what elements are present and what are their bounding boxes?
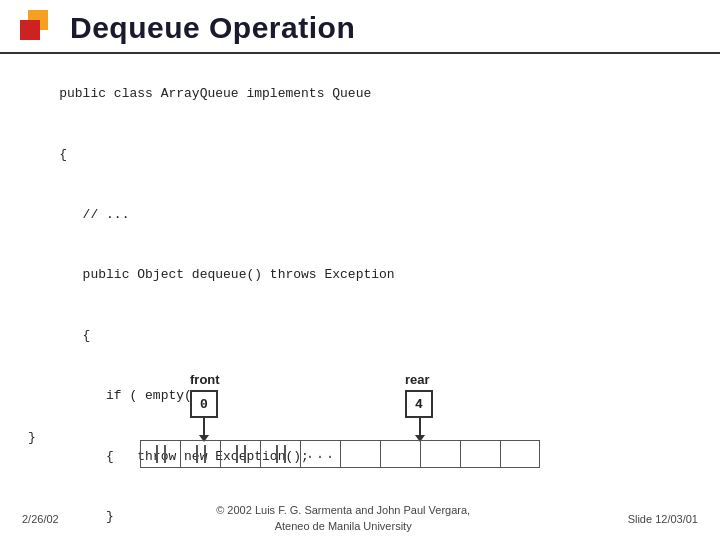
cell-bar [284, 445, 286, 463]
queue-cell-1 [180, 440, 220, 468]
queue-cell-7 [420, 440, 460, 468]
code-line-2: { [59, 147, 67, 162]
queue-cell-0 [140, 440, 180, 468]
diagram-area: front rear 0 4 ... [140, 372, 700, 492]
copyright-line1: © 2002 Luis F. G. Sarmenta and John Paul… [216, 503, 470, 518]
cell-bar [204, 445, 206, 463]
queue-cell-9 [500, 440, 540, 468]
page-title: Dequeue Operation [70, 11, 355, 45]
queue-cell-5 [340, 440, 380, 468]
copyright-line2: Ateneo de Manila University [216, 519, 470, 534]
front-value-box: 0 [190, 390, 218, 418]
footer-slide: Slide 12/03/01 [628, 513, 698, 525]
cell-bar [276, 445, 278, 463]
queue-cell-8 [460, 440, 500, 468]
queue-cell-dots: ... [300, 440, 340, 468]
logo-red-square [20, 20, 40, 40]
rear-label: rear [405, 372, 430, 387]
code-line-1: public class ArrayQueue implements Queue [59, 86, 371, 101]
cell-bar [244, 445, 246, 463]
queue-cell-2 [220, 440, 260, 468]
queue-row: ... [140, 440, 540, 468]
cell-bar [156, 445, 158, 463]
rear-arrow [419, 418, 421, 436]
rear-value-box: 4 [405, 390, 433, 418]
header: Dequeue Operation [0, 0, 720, 54]
cell-bar [236, 445, 238, 463]
cell-bar [164, 445, 166, 463]
front-label: front [190, 372, 220, 387]
closing-brace: } [28, 430, 36, 445]
queue-cell-3 [260, 440, 300, 468]
queue-cell-6 [380, 440, 420, 468]
cell-bar [196, 445, 198, 463]
code-line-3: // ... [59, 207, 129, 222]
code-line-4: public Object dequeue() throws Exception [59, 267, 394, 282]
front-arrow [203, 418, 205, 436]
code-line-5: { [59, 328, 90, 343]
footer: 2/26/02 © 2002 Luis F. G. Sarmenta and J… [0, 503, 720, 534]
logo-icon [20, 10, 56, 46]
footer-copyright: © 2002 Luis F. G. Sarmenta and John Paul… [216, 503, 470, 534]
footer-date: 2/26/02 [22, 513, 59, 525]
